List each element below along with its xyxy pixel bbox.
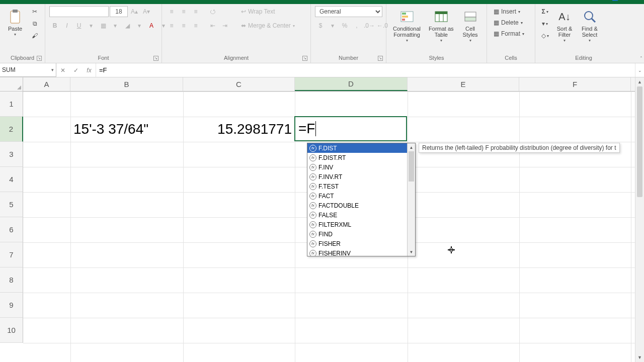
scroll-down-button[interactable]: ▼ [408,248,415,256]
autocomplete-item[interactable]: fxF.INV [307,162,407,172]
borders-dropdown[interactable]: ▾ [110,20,121,31]
insert-cells-button[interactable]: ▦Insert▾ [491,6,523,17]
autocomplete-item[interactable]: fxFISHER [307,239,407,248]
share-button[interactable]: 👤 Share [611,0,638,1]
cell-styles-button[interactable]: Cell Styles ▾ [459,6,481,45]
row-header-5[interactable]: 5 [0,192,23,217]
autocomplete-item[interactable]: fxFIND [307,229,407,239]
underline-button[interactable]: U [73,20,85,31]
autocomplete-item[interactable]: fxFACT [307,191,407,201]
autocomplete-item[interactable]: fxFISHERINV [307,248,407,256]
column-header-B[interactable]: B [70,77,183,91]
paste-button[interactable]: Paste ▾ [4,6,26,39]
dialog-launcher-icon[interactable]: ↘ [153,56,158,61]
collapse-ribbon-button[interactable]: ˆ [640,56,642,62]
align-top-button[interactable]: ≡ [166,6,177,17]
fill-color-button[interactable]: ◢ [122,20,133,31]
autocomplete-item[interactable]: fxFALSE [307,210,407,220]
align-center-button[interactable]: ≡ [178,20,189,31]
formula-autocomplete[interactable]: fxF.DISTfxF.DIST.RTfxF.INVfxF.INV.RTfxF.… [307,143,416,256]
align-bottom-button[interactable]: ≡ [190,6,201,17]
bold-button[interactable]: B [49,20,60,31]
font-name-input[interactable] [49,6,109,17]
scrollbar-thumb[interactable] [637,86,642,197]
dialog-launcher-icon[interactable]: ↘ [378,56,383,61]
font-color-button[interactable]: A [146,20,157,31]
delete-cells-button[interactable]: ▦Delete▾ [491,17,525,28]
number-format-select[interactable]: General [315,6,382,17]
column-header-F[interactable]: F [519,77,631,91]
autocomplete-item[interactable]: fxF.DIST [307,143,407,153]
row-header-1[interactable]: 1 [0,92,23,117]
autocomplete-item[interactable]: fxFILTERXML [307,220,407,229]
align-left-button[interactable]: ≡ [166,20,177,31]
scroll-down-button[interactable]: ▼ [635,353,644,362]
conditional-formatting-button[interactable]: Conditional Formatting ▾ [390,6,423,45]
copy-button[interactable]: ⧉ [29,18,40,29]
find-select-button[interactable]: Find & Select ▾ [579,6,601,45]
fill-button[interactable]: ▾▾ [539,18,550,29]
insert-function-button[interactable]: fx [83,64,96,77]
increase-decimal-button[interactable]: .0→ [363,20,375,31]
name-box[interactable]: SUM ▾ [0,63,56,77]
group-label-number: Number ↘ [315,55,382,62]
orientation-button[interactable]: ⭯ [207,6,218,17]
comma-button[interactable]: , [351,20,362,31]
autocomplete-item[interactable]: fxF.INV.RT [307,172,407,182]
cell-D2-editing[interactable]: =F [294,116,407,141]
align-right-button[interactable]: ≡ [190,20,201,31]
shrink-font-button[interactable]: A▾ [141,6,152,17]
borders-button[interactable]: ▦ [98,20,109,31]
column-header-A[interactable]: A [23,77,70,91]
format-cells-button[interactable]: ▦Format▾ [491,28,527,39]
enter-formula-button[interactable]: ✓ [69,64,83,77]
autocomplete-item[interactable]: fxF.TEST [307,182,407,191]
column-header-C[interactable]: C [183,77,295,91]
autosum-button[interactable]: Σ▾ [539,6,550,17]
row-header-10[interactable]: 10 [0,318,23,343]
decrease-indent-button[interactable]: ⇤ [207,20,218,31]
underline-dropdown[interactable]: ▾ [86,20,97,31]
format-painter-button[interactable]: 🖌 [29,30,40,41]
vertical-scrollbar[interactable]: ▲ ▼ [635,77,644,362]
align-middle-button[interactable]: ≡ [178,6,189,17]
row-header-2[interactable]: 2 [0,117,23,142]
wrap-text-button[interactable]: ↩ Wrap Text [237,6,279,17]
row-header-8[interactable]: 8 [0,267,23,293]
fill-color-dropdown[interactable]: ▾ [134,20,145,31]
expand-formula-bar-button[interactable]: ⌄ [635,63,644,77]
italic-button[interactable]: I [61,20,72,31]
row-header-7[interactable]: 7 [0,242,23,267]
row-header-6[interactable]: 6 [0,217,23,242]
font-size-input[interactable] [110,6,128,17]
clear-button[interactable]: ◇▾ [539,30,550,41]
cancel-formula-button[interactable]: ✕ [56,64,69,77]
scroll-up-button[interactable]: ▲ [408,143,415,151]
dialog-launcher-icon[interactable]: ↘ [302,56,307,61]
dialog-launcher-icon[interactable]: ↘ [37,56,42,61]
accounting-format-button[interactable]: $ [315,20,326,31]
increase-indent-button[interactable]: ⇥ [219,20,230,31]
cut-button[interactable]: ✂ [29,6,40,17]
sort-filter-button[interactable]: A↓ Sort & Filter ▾ [553,6,576,45]
scrollbar-thumb[interactable] [409,151,414,182]
cells-area[interactable]: 15'-3 37/64"15.2981771=FfxF.DISTfxF.DIST… [23,92,635,362]
formula-input[interactable] [96,63,635,77]
column-header-E[interactable]: E [408,77,519,91]
merge-center-button[interactable]: ⬌ Merge & Center ▾ [237,20,298,31]
accounting-dropdown[interactable]: ▾ [327,20,338,31]
grow-font-button[interactable]: A▴ [129,6,140,17]
scroll-up-button[interactable]: ▲ [635,77,644,86]
format-as-table-button[interactable]: Format as Table ▾ [426,6,456,45]
cell-B2[interactable]: 15'-3 37/64" [70,117,183,142]
cell-C2[interactable]: 15.2981771 [183,117,295,142]
row-header-3[interactable]: 3 [0,142,23,167]
chevron-down-icon[interactable]: ▾ [51,67,54,72]
percent-button[interactable]: % [339,20,350,31]
column-header-D[interactable]: D [295,77,408,91]
row-header-9[interactable]: 9 [0,293,23,318]
row-header-4[interactable]: 4 [0,167,23,192]
autocomplete-item[interactable]: fxF.DIST.RT [307,153,407,162]
autocomplete-item[interactable]: fxFACTDOUBLE [307,201,407,210]
select-all-button[interactable] [0,77,23,92]
